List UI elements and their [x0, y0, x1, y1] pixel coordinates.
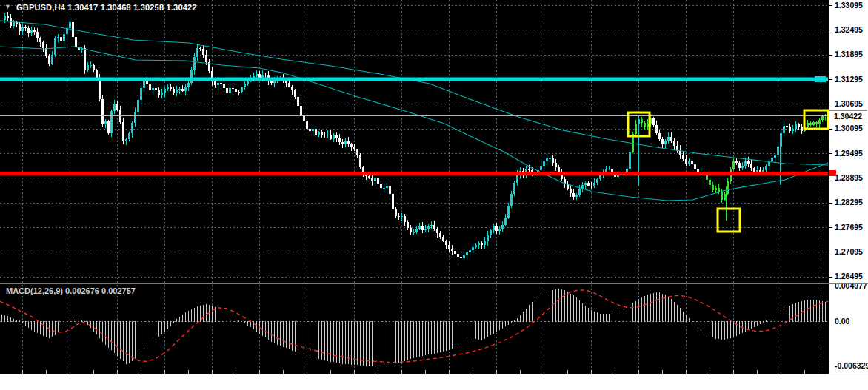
candle-body — [356, 149, 358, 155]
candle-body — [798, 124, 800, 127]
price-chart[interactable] — [0, 0, 829, 374]
candle-body — [433, 225, 435, 229]
candle-body — [63, 34, 65, 41]
candle-body — [217, 83, 219, 84]
candle-body — [149, 84, 151, 90]
support-line[interactable] — [0, 172, 828, 175]
candle-body — [312, 129, 314, 131]
candle-body — [504, 218, 507, 225]
candle-body — [738, 163, 741, 167]
macd-axis-label: 0.004977 — [835, 281, 867, 290]
candle-body — [164, 89, 166, 93]
candle-body — [469, 250, 471, 252]
candle-body — [199, 48, 201, 49]
candle-body — [184, 87, 187, 91]
candle-body — [288, 83, 290, 87]
candle-body — [167, 87, 169, 89]
macd-main-value: 0.002676 — [65, 286, 99, 295]
candle-body — [84, 48, 86, 70]
candle-body — [238, 92, 240, 93]
candle-body — [335, 135, 338, 138]
price-spike-bar — [726, 186, 727, 221]
candle-body — [741, 166, 744, 168]
candle-body — [300, 106, 302, 115]
highlight-rectangle[interactable] — [718, 209, 740, 232]
candle-body — [309, 129, 311, 131]
candle-body — [436, 229, 438, 233]
price-axis-label: 1.29495 — [835, 149, 863, 158]
candle-body — [294, 90, 296, 97]
candle-body — [125, 139, 127, 141]
candle-body — [104, 121, 107, 124]
candle-body — [264, 75, 267, 75]
candle-body — [232, 88, 234, 89]
candle-body — [321, 132, 323, 135]
candle-body — [546, 158, 548, 161]
candle-body — [380, 184, 382, 188]
candle-body — [475, 245, 477, 247]
candle-body — [747, 161, 750, 164]
candle-body — [685, 159, 687, 164]
indicator-panel-separator[interactable] — [0, 283, 868, 284]
candle-body — [673, 141, 675, 146]
candle-body — [516, 175, 518, 183]
support-line-end-marker[interactable] — [829, 170, 836, 176]
candle-body — [324, 135, 326, 135]
price-axis[interactable]: 1.330951.324951.318951.312951.306951.300… — [829, 0, 868, 390]
candle-body — [365, 175, 367, 176]
candle-body — [318, 132, 320, 135]
candle-body — [605, 169, 607, 172]
candle-body — [383, 188, 385, 189]
candle-body — [386, 186, 388, 187]
candle-body — [795, 124, 797, 129]
price-axis-tick — [829, 178, 832, 178]
candle-body — [60, 37, 62, 41]
candle-body — [587, 183, 590, 186]
candle-body — [297, 97, 299, 106]
candle-body — [753, 168, 755, 172]
price-axis-label: 1.30095 — [835, 124, 863, 132]
candle-body — [421, 226, 424, 230]
candle-body — [584, 183, 587, 185]
price-axis-label: 1.33095 — [835, 1, 863, 10]
candle-body — [439, 233, 441, 237]
candle-body — [540, 166, 542, 170]
candle-body — [4, 16, 6, 20]
candle-body — [765, 166, 767, 170]
candle-body — [448, 245, 450, 249]
candle-body — [718, 188, 720, 192]
candle-body — [350, 144, 353, 147]
candle-body — [552, 158, 554, 163]
candle-body — [809, 123, 812, 125]
candle-body — [113, 104, 116, 111]
candle-body — [596, 179, 598, 183]
resistance-line[interactable] — [0, 78, 828, 81]
candle-body — [608, 169, 610, 169]
candle-body — [107, 121, 110, 133]
macd-header: MACD(12,26,9) 0.002676 0.002757 — [6, 286, 136, 295]
candle-body — [454, 251, 456, 254]
time-axis[interactable]: 10 Jul 201813 Jul 08:0018 Jul 00:0020 Ju… — [0, 374, 868, 390]
chevron-down-icon[interactable]: ▼ — [4, 3, 11, 10]
candle-body — [407, 222, 409, 228]
candle-body — [226, 88, 228, 93]
candle-body — [93, 65, 95, 70]
candle-body — [735, 161, 738, 164]
candle-body — [418, 226, 421, 229]
candle-body — [51, 55, 53, 64]
candle-body — [490, 230, 492, 235]
candle-body — [498, 229, 501, 231]
macd-indicator-label: MACD(12,26,9) — [6, 286, 63, 295]
candle-body — [101, 99, 104, 124]
candle-body — [389, 186, 391, 194]
candle-body — [193, 57, 196, 71]
candle-body — [19, 24, 21, 31]
candle-body — [445, 241, 447, 245]
candle-body — [244, 84, 246, 87]
resistance-line-end-marker[interactable] — [815, 76, 826, 82]
candle-body — [815, 122, 818, 124]
candle-body — [327, 135, 329, 135]
candle-body — [801, 127, 803, 131]
candle-body — [727, 181, 729, 194]
candle-body — [451, 249, 453, 251]
